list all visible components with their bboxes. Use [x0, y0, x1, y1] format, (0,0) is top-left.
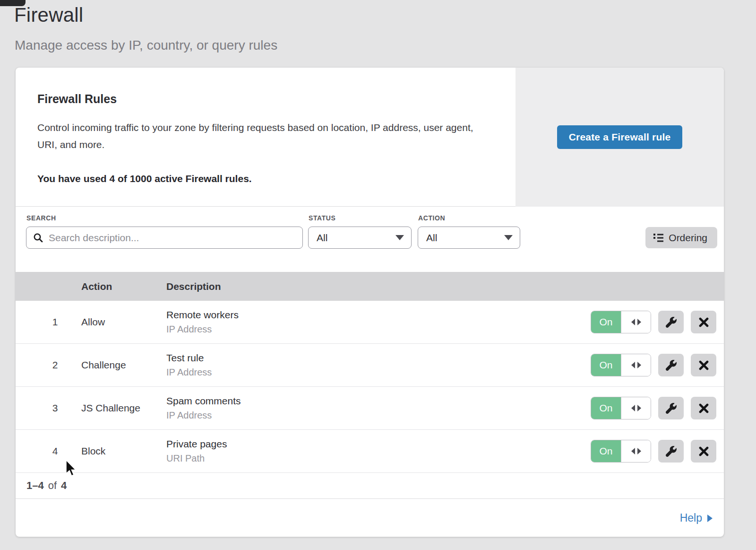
arrow-right-icon	[637, 448, 641, 454]
rule-priority: 4	[16, 445, 81, 457]
reorder-handle[interactable]	[621, 354, 651, 376]
reorder-handle[interactable]	[621, 397, 651, 419]
rule-match-type: IP Address	[166, 367, 573, 378]
close-icon	[699, 446, 709, 456]
rule-description-cell: Remote workers IP Address	[166, 309, 573, 335]
wrench-icon	[666, 360, 677, 371]
rule-description: Remote workers	[166, 309, 573, 321]
search-field[interactable]	[26, 227, 303, 249]
rule-action: Challenge	[81, 359, 166, 371]
edit-rule-button[interactable]	[658, 397, 684, 419]
create-firewall-rule-button[interactable]: Create a Firewall rule	[557, 125, 683, 149]
pagination-range: 1–4	[26, 480, 44, 492]
rule-controls: On	[573, 354, 724, 376]
arrow-right-icon	[637, 405, 641, 411]
action-select[interactable]: All	[418, 227, 520, 249]
section-heading: Firewall Rules	[37, 92, 502, 106]
search-icon	[33, 233, 43, 243]
wrench-icon	[666, 317, 677, 328]
search-label: SEARCH	[26, 214, 56, 222]
status-select[interactable]: All	[308, 227, 412, 249]
rule-description: Test rule	[166, 352, 573, 364]
rule-match-type: URI Path	[166, 453, 573, 464]
rule-description-cell: Private pages URI Path	[166, 438, 573, 464]
help-bar: Help	[16, 499, 724, 537]
rule-description-cell: Spam comments IP Address	[166, 395, 573, 421]
rule-enabled-toggle[interactable]: On	[591, 354, 651, 376]
rule-controls: On	[573, 440, 724, 463]
close-icon	[699, 403, 709, 413]
pagination-total: 4	[61, 480, 67, 492]
rule-action: Block	[81, 445, 166, 457]
status-select-value: All	[317, 232, 327, 244]
page-title: Firewall	[14, 4, 83, 26]
edit-rule-button[interactable]	[658, 354, 684, 376]
rule-match-type: IP Address	[166, 324, 573, 335]
arrow-right-icon	[637, 319, 641, 325]
section-description: Control incoming traffic to your zone by…	[37, 119, 486, 153]
edit-rule-button[interactable]	[658, 440, 684, 463]
ordering-button-label: Ordering	[669, 232, 707, 244]
page-subtitle: Manage access by IP, country, or query r…	[15, 38, 277, 53]
edit-rule-button[interactable]	[658, 311, 684, 333]
rule-description: Spam comments	[166, 395, 573, 407]
firewall-page: Firewall Manage access by IP, country, o…	[0, 0, 756, 550]
close-icon	[699, 317, 709, 327]
pagination-of-label: of	[48, 480, 57, 492]
arrow-right-icon	[637, 362, 641, 368]
pagination-summary: 1–4 of 4	[16, 473, 724, 499]
arrow-left-icon	[631, 319, 635, 325]
description-column-header: Description	[166, 281, 573, 292]
action-column-header: Action	[81, 281, 166, 292]
arrow-left-icon	[631, 362, 635, 368]
toggle-on-label: On	[591, 440, 621, 462]
rule-priority: 1	[16, 316, 81, 328]
wrench-icon	[666, 403, 677, 414]
reorder-handle[interactable]	[621, 440, 651, 462]
delete-rule-button[interactable]	[691, 311, 716, 333]
arrow-right-icon	[707, 515, 713, 522]
action-select-value: All	[426, 232, 437, 244]
create-rule-panel: Create a Firewall rule	[515, 68, 724, 207]
wrench-icon	[666, 446, 677, 457]
status-label: STATUS	[309, 214, 336, 222]
rule-controls: On	[573, 397, 724, 419]
table-row: 2 Challenge Test rule IP Address On	[16, 344, 724, 387]
rule-priority: 2	[16, 359, 81, 371]
table-header-row: Action Description	[16, 272, 724, 301]
close-icon	[699, 360, 709, 370]
usage-summary: You have used 4 of 1000 active Firewall …	[37, 173, 502, 184]
card-header-text: Firewall Rules Control incoming traffic …	[16, 68, 502, 184]
firewall-rules-card: Firewall Rules Control incoming traffic …	[16, 68, 724, 537]
delete-rule-button[interactable]	[691, 354, 716, 376]
rule-priority: 3	[16, 402, 81, 414]
rule-controls: On	[573, 311, 724, 333]
table-row: 3 JS Challenge Spam comments IP Address …	[16, 387, 724, 430]
chevron-down-icon	[395, 235, 404, 240]
arrow-left-icon	[631, 448, 635, 454]
delete-rule-button[interactable]	[691, 397, 716, 419]
rule-enabled-toggle[interactable]: On	[591, 311, 651, 333]
help-link-label: Help	[680, 512, 702, 524]
chevron-down-icon	[504, 235, 513, 240]
toggle-on-label: On	[591, 354, 621, 376]
help-link[interactable]: Help	[680, 512, 713, 524]
rule-description-cell: Test rule IP Address	[166, 352, 573, 378]
reorder-handle[interactable]	[621, 311, 651, 333]
arrow-left-icon	[631, 405, 635, 411]
toggle-on-label: On	[591, 311, 621, 333]
rule-action: JS Challenge	[81, 402, 166, 414]
delete-rule-button[interactable]	[691, 440, 716, 463]
rule-enabled-toggle[interactable]: On	[591, 440, 651, 463]
rule-match-type: IP Address	[166, 410, 573, 421]
search-input[interactable]	[49, 232, 296, 244]
table-row: 1 Allow Remote workers IP Address On	[16, 301, 724, 344]
ordering-button[interactable]: Ordering	[645, 227, 717, 248]
toggle-on-label: On	[591, 397, 621, 419]
filter-bar: SEARCH STATUS All ACTION All	[16, 207, 724, 272]
rule-action: Allow	[81, 316, 166, 328]
rule-description: Private pages	[166, 438, 573, 450]
action-label: ACTION	[418, 214, 445, 222]
rule-enabled-toggle[interactable]: On	[591, 397, 651, 419]
ordered-list-icon	[653, 233, 663, 242]
